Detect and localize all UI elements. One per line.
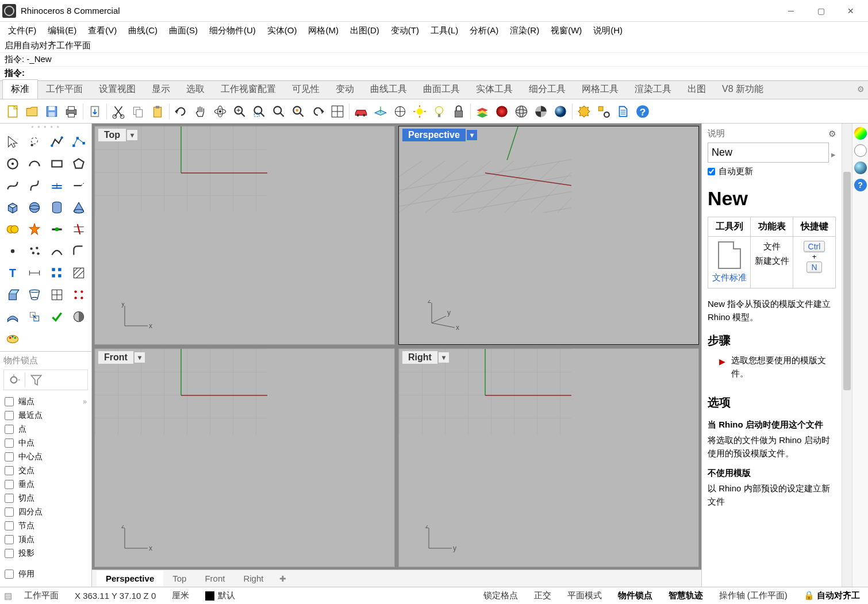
viewport-perspective[interactable]: Perspective▾ xzy (398, 126, 699, 345)
point-icon[interactable] (2, 241, 23, 261)
help-icon[interactable]: ? (633, 102, 652, 121)
zoom-dynamic-icon[interactable] (231, 102, 249, 121)
side-materials-icon[interactable] (854, 161, 867, 174)
osnap-中点[interactable]: 中点 (3, 436, 88, 450)
material-sphere-icon[interactable] (493, 102, 511, 121)
zoom-window-icon[interactable] (250, 102, 268, 121)
toolbar-tab-10[interactable]: 实体工具 (468, 80, 521, 99)
toolbar-tab-2[interactable]: 设置视图 (91, 80, 144, 99)
paint-icon[interactable] (2, 328, 23, 349)
toolbar-tab-13[interactable]: 渲染工具 (627, 80, 679, 99)
auto-update-row[interactable]: 自动更新 (708, 166, 836, 182)
curve-tools-icon[interactable] (47, 241, 67, 261)
sb-toggle-4[interactable]: 智慧轨迹 (660, 590, 711, 600)
sb-menu-icon[interactable]: ▤ (0, 591, 16, 601)
loft-icon[interactable] (24, 284, 45, 305)
new-file-icon[interactable] (3, 102, 22, 121)
vp-tab-perspective[interactable]: Perspective (97, 571, 163, 586)
osnap-顶点[interactable]: 顶点 (3, 533, 88, 547)
zoom-extents-icon[interactable] (270, 102, 288, 121)
help-search-go-icon[interactable]: ▸ (831, 149, 836, 160)
pattern-icon[interactable] (68, 284, 89, 305)
render-sphere-checker-icon[interactable] (532, 102, 550, 121)
menu-渲染R[interactable]: 渲染(R) (504, 23, 545, 39)
menu-曲面S[interactable]: 曲面(S) (163, 23, 203, 39)
paste-icon[interactable] (148, 102, 167, 121)
viewport-right-label[interactable]: Right (402, 351, 437, 364)
menu-视窗W[interactable]: 视窗(W) (545, 23, 587, 39)
render-sphere-blue-icon[interactable] (551, 102, 570, 121)
wireframe-sphere-icon[interactable] (512, 102, 531, 121)
viewport-front-label[interactable]: Front (98, 351, 133, 364)
join-icon[interactable] (47, 219, 67, 240)
scrollbar-thumb[interactable] (843, 172, 851, 390)
viewport-top-dropdown[interactable]: ▾ (127, 130, 137, 140)
viewport-top-label[interactable]: Top (98, 129, 126, 141)
command-prompt[interactable]: 指令: (0, 67, 868, 80)
menu-实体O[interactable]: 实体(O) (262, 23, 303, 39)
control-polygon-icon[interactable] (68, 132, 89, 152)
text-icon[interactable]: T (2, 263, 23, 283)
grid2-icon[interactable] (47, 284, 67, 305)
pointcloud-icon[interactable] (24, 241, 45, 261)
toolbar-tab-5[interactable]: 工作视窗配置 (213, 80, 284, 99)
toolbar-tab-11[interactable]: 细分工具 (521, 80, 574, 99)
toolbar-tab-12[interactable]: 网格工具 (574, 80, 627, 99)
sb-toggle-3[interactable]: 物件锁点 (610, 590, 660, 600)
close-button[interactable]: ✕ (836, 2, 866, 20)
shade-icon[interactable] (68, 306, 89, 327)
helix-icon[interactable] (24, 175, 45, 196)
set-cplane-icon[interactable] (391, 102, 409, 121)
osnap-点[interactable]: 点 (3, 422, 88, 436)
osnap-persistent-icon[interactable] (6, 372, 21, 387)
side-layers-icon[interactable] (854, 144, 867, 157)
options-icon[interactable] (575, 102, 593, 121)
osnap-check-9[interactable] (5, 521, 14, 530)
osnap-端点[interactable]: 端点» (3, 395, 88, 409)
menu-编辑E[interactable]: 编辑(E) (42, 23, 82, 39)
properties-icon[interactable] (594, 102, 613, 121)
menu-工具L[interactable]: 工具(L) (425, 23, 464, 39)
toolbar-tab-9[interactable]: 曲面工具 (415, 80, 468, 99)
auto-update-checkbox[interactable] (708, 168, 715, 175)
sb-toggle-2[interactable]: 平面模式 (559, 590, 610, 600)
osnap-check-3[interactable] (5, 438, 14, 448)
rotate-view-icon[interactable] (211, 102, 229, 121)
menu-细分物件U[interactable]: 细分物件(U) (203, 23, 262, 39)
box-icon[interactable] (2, 197, 23, 218)
osnap-check-2[interactable] (5, 425, 14, 434)
vp-tab-add[interactable]: ✚ (272, 571, 293, 586)
menu-文件F[interactable]: 文件(F) (2, 23, 42, 39)
tabs-settings-icon[interactable]: ⚙ (857, 84, 865, 94)
toolbar-tab-1[interactable]: 工作平面 (38, 80, 91, 99)
help-panel-gear-icon[interactable]: ⚙ (828, 129, 836, 139)
four-viewports-icon[interactable] (328, 102, 347, 121)
osnap-最近点[interactable]: 最近点 (3, 409, 88, 422)
sb-cplane[interactable]: 工作平面 (16, 590, 67, 601)
array-icon[interactable] (47, 263, 67, 283)
pan-icon[interactable] (191, 102, 210, 121)
sb-toggle-5[interactable]: 操作轴 (工作平面) (711, 590, 796, 600)
print-icon[interactable] (62, 102, 80, 121)
copy-icon[interactable] (129, 102, 147, 121)
sb-toggle-1[interactable]: 正交 (526, 590, 559, 600)
toolbar-tab-0[interactable]: 标准 (2, 79, 38, 99)
viewport-top[interactable]: Top▾ xy (94, 126, 395, 345)
sb-layer[interactable]: 默认 (197, 590, 243, 601)
minimize-button[interactable]: ─ (776, 2, 806, 20)
toolbar-tab-15[interactable]: V8 新功能 (714, 80, 771, 99)
panel-grip[interactable]: ● ● ● ● ● (0, 124, 91, 129)
sphere-icon[interactable] (24, 197, 45, 218)
extend-icon[interactable] (68, 175, 89, 196)
osnap-disable[interactable]: 停用 (3, 567, 88, 581)
polygon-icon[interactable] (68, 153, 89, 174)
sun-icon[interactable] (410, 102, 429, 121)
offset-icon[interactable] (47, 175, 67, 196)
osnap-投影[interactable]: 投影 (3, 547, 88, 560)
menu-查看V[interactable]: 查看(V) (82, 23, 122, 39)
osnap-四分点[interactable]: 四分点 (3, 505, 88, 519)
viewport-perspective-dropdown[interactable]: ▾ (467, 130, 477, 140)
osnap-垂点[interactable]: 垂点 (3, 478, 88, 491)
undo-view-icon[interactable] (309, 102, 327, 121)
vp-tab-front[interactable]: Front (195, 571, 234, 586)
